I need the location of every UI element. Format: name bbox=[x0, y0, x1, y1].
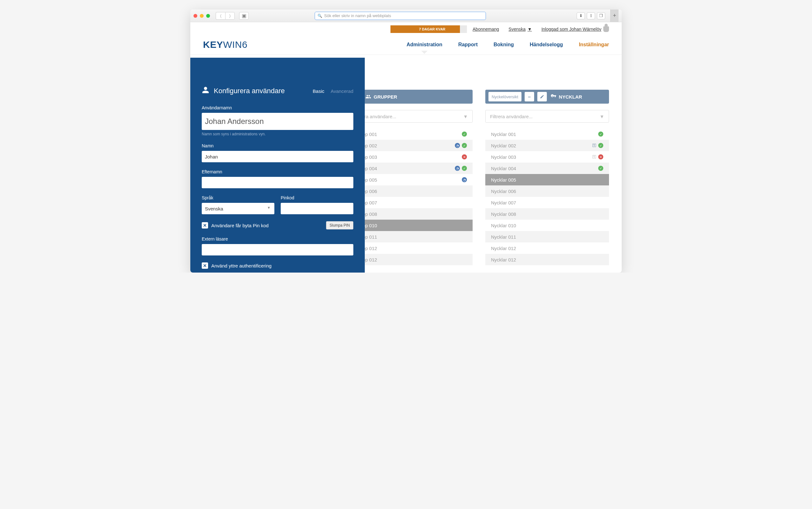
nav-report[interactable]: Rapport bbox=[458, 42, 478, 47]
back-button[interactable]: 〈 bbox=[216, 12, 225, 20]
language-selector[interactable]: Svenska ▼ bbox=[508, 27, 532, 32]
external-auth-checkbox[interactable]: ✕ bbox=[202, 263, 208, 269]
trial-badge: 7 DAGAR KVAR bbox=[391, 25, 461, 33]
list-item[interactable]: Grupp 008 bbox=[349, 208, 473, 219]
list-item[interactable]: Grupp 003✕ bbox=[349, 151, 473, 163]
language-select[interactable]: Svenska bbox=[202, 203, 274, 214]
drawer-tabs: Basic Avancerad bbox=[313, 89, 353, 94]
field-external-reader: Extern läsare bbox=[202, 236, 353, 256]
groups-title: GRUPPER bbox=[365, 94, 397, 100]
list-item-label: Nycklar 012 bbox=[491, 246, 516, 251]
list-item[interactable]: Grupp 006 bbox=[349, 185, 473, 197]
list-item[interactable]: Nycklar 005 bbox=[485, 174, 609, 185]
list-item[interactable]: Nycklar 010 bbox=[485, 219, 609, 231]
list-item[interactable]: Nycklar 007 bbox=[485, 197, 609, 208]
share-icon[interactable]: ⇪ bbox=[587, 12, 595, 19]
pin-change-checkbox[interactable]: ✕ bbox=[202, 222, 208, 229]
key-icon: ⚿ bbox=[592, 154, 596, 160]
tab-basic[interactable]: Basic bbox=[313, 89, 324, 94]
downloads-icon[interactable]: ⬇ bbox=[576, 12, 585, 19]
list-item[interactable]: Grupp 012 bbox=[349, 254, 473, 265]
list-item[interactable]: Nycklar 011 bbox=[485, 231, 609, 242]
clock-icon: ◔ bbox=[462, 177, 467, 182]
list-item[interactable]: Grupp 004◔✓ bbox=[349, 163, 473, 174]
keys-header: Nyckelöversikt − NYCKLAR bbox=[485, 90, 609, 104]
external-auth-label: Använd yttre authentificering bbox=[211, 263, 272, 268]
list-item[interactable]: Nycklar 012 bbox=[485, 254, 609, 265]
list-item[interactable]: Nycklar 006 bbox=[485, 185, 609, 197]
external-reader-input[interactable] bbox=[202, 244, 353, 256]
randomize-pin-button[interactable]: Slumpa PIN bbox=[326, 221, 353, 230]
chevron-down-icon: ▼ bbox=[463, 114, 468, 119]
key-icon bbox=[551, 94, 556, 100]
app-root: 7 DAGAR KVAR Abonnemang Svenska ▼ Inlogg… bbox=[190, 22, 622, 273]
keys-edit-button[interactable] bbox=[537, 92, 547, 101]
list-item[interactable]: Grupp 005◔ bbox=[349, 174, 473, 185]
new-tab-button[interactable]: + bbox=[610, 9, 619, 22]
tabs-icon[interactable]: ❐ bbox=[597, 12, 605, 19]
list-item-icons: ⚿✕ bbox=[592, 154, 603, 160]
groups-filter[interactable]: Filtrera användare... ▼ bbox=[349, 110, 473, 123]
list-item[interactable]: Grupp 011 bbox=[349, 231, 473, 242]
check-icon: ✓ bbox=[462, 166, 467, 171]
list-item-icons: ⚿✓ bbox=[592, 143, 603, 148]
list-item-icons: ✓ bbox=[598, 132, 603, 137]
keys-list: Nycklar 001✓Nycklar 002⚿✓Nycklar 003⚿✕Ny… bbox=[485, 128, 609, 265]
list-item[interactable]: Grupp 002◔✓ bbox=[349, 140, 473, 151]
browser-window: 〈 〉 ▣ 🔍 Sök eller skriv in namn på webbp… bbox=[190, 9, 622, 273]
name-input[interactable] bbox=[202, 151, 353, 162]
keys-column: Nyckelöversikt − NYCKLAR Filtrera använd… bbox=[485, 90, 609, 265]
list-item-label: Nycklar 003 bbox=[491, 154, 516, 160]
list-item[interactable]: Grupp 007 bbox=[349, 197, 473, 208]
external-auth-row: ✕ Använd yttre authentificering bbox=[202, 263, 353, 269]
tab-advanced[interactable]: Avancerad bbox=[331, 89, 353, 94]
sidebar-toggle[interactable]: ▣ bbox=[239, 12, 249, 20]
nav-administration[interactable]: Administration bbox=[407, 42, 442, 47]
external-reader-label: Extern läsare bbox=[202, 236, 353, 241]
configure-user-drawer: Konfigurera användare Basic Avancerad An… bbox=[190, 58, 365, 273]
maximize-window[interactable] bbox=[206, 14, 210, 18]
list-item[interactable]: Grupp 001✓ bbox=[349, 128, 473, 140]
minimize-window[interactable] bbox=[200, 14, 204, 18]
list-item-label: Nycklar 005 bbox=[491, 177, 516, 182]
logged-in-user[interactable]: Inloggad som Johan Wärnelöv bbox=[541, 26, 609, 32]
list-item[interactable]: Grupp 012 bbox=[349, 242, 473, 254]
username-input[interactable] bbox=[202, 113, 353, 130]
pin-input[interactable] bbox=[281, 203, 353, 214]
drawer-title: Konfigurera användare bbox=[214, 87, 285, 95]
nav-eventlog[interactable]: Händelselogg bbox=[530, 42, 563, 47]
close-window[interactable] bbox=[193, 14, 197, 18]
list-item[interactable]: Nycklar 004✓ bbox=[485, 163, 609, 174]
lastname-input[interactable] bbox=[202, 177, 353, 188]
list-item[interactable]: Nycklar 001✓ bbox=[485, 128, 609, 140]
nav-links: Administration Rapport Bokning Händelsel… bbox=[407, 42, 609, 47]
keys-filter[interactable]: Filtrera användare... ▼ bbox=[485, 110, 609, 123]
check-icon: ✓ bbox=[598, 143, 603, 148]
nav-booking[interactable]: Bokning bbox=[494, 42, 514, 47]
list-item-icons: ✓ bbox=[598, 166, 603, 171]
user-icon bbox=[603, 26, 609, 32]
list-item[interactable]: Nycklar 008 bbox=[485, 208, 609, 219]
group-icon bbox=[365, 94, 371, 100]
search-icon: 🔍 bbox=[317, 13, 322, 18]
address-bar[interactable]: 🔍 Sök eller skriv in namn på webbplats bbox=[315, 12, 486, 20]
keys-title: NYCKLAR bbox=[551, 94, 582, 100]
keys-minus-button[interactable]: − bbox=[525, 92, 534, 101]
error-icon: ✕ bbox=[598, 154, 603, 160]
list-item-label: Nycklar 012 bbox=[491, 257, 516, 263]
list-item[interactable]: Grupp 010 bbox=[349, 219, 473, 231]
traffic-lights bbox=[193, 14, 210, 18]
list-item[interactable]: Nycklar 002⚿✓ bbox=[485, 140, 609, 151]
key-icon: ⚿ bbox=[592, 143, 596, 148]
key-overview-button[interactable]: Nyckelöversikt bbox=[489, 92, 522, 101]
list-item-label: Nycklar 001 bbox=[491, 132, 516, 137]
pin-label: Pinkod bbox=[281, 195, 353, 200]
list-item-label: Nycklar 011 bbox=[491, 234, 516, 240]
nav-settings[interactable]: Inställningar bbox=[579, 42, 609, 47]
username-label: Användarnamn bbox=[202, 105, 353, 110]
forward-button[interactable]: 〉 bbox=[225, 12, 235, 20]
list-item-label: Nycklar 008 bbox=[491, 211, 516, 217]
list-item[interactable]: Nycklar 003⚿✕ bbox=[485, 151, 609, 163]
subscription-link[interactable]: Abonnemang bbox=[473, 27, 499, 32]
list-item[interactable]: Nycklar 012 bbox=[485, 242, 609, 254]
